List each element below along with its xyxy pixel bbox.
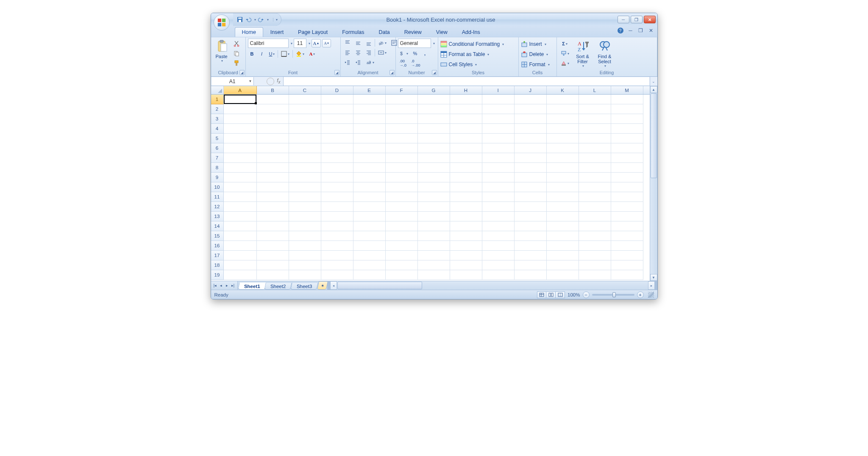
cell[interactable]	[353, 231, 386, 241]
clipboard-launcher[interactable]: ◢	[239, 70, 245, 75]
column-header[interactable]: C	[289, 86, 321, 94]
cell[interactable]	[515, 163, 547, 173]
column-header[interactable]: I	[482, 86, 515, 94]
help-icon[interactable]: ?	[618, 28, 623, 34]
column-header[interactable]: J	[515, 86, 547, 94]
cell[interactable]	[321, 202, 353, 212]
cell[interactable]	[289, 104, 321, 114]
scroll-left-button[interactable]: ◂	[330, 281, 337, 290]
row-header[interactable]: 6	[211, 143, 224, 153]
column-header[interactable]: K	[547, 86, 579, 94]
cell[interactable]	[418, 202, 450, 212]
vertical-scrollbar[interactable]: ▲ ▼	[650, 86, 657, 281]
cell[interactable]	[257, 241, 289, 251]
row-header[interactable]: 18	[211, 260, 224, 270]
cell[interactable]	[579, 182, 611, 192]
normal-view-button[interactable]	[537, 291, 546, 298]
cell[interactable]	[611, 173, 643, 182]
cell[interactable]	[515, 173, 547, 182]
maximize-button[interactable]: ❐	[631, 16, 643, 23]
cell[interactable]	[547, 95, 579, 104]
cell[interactable]	[547, 192, 579, 202]
cell[interactable]	[482, 192, 515, 202]
hscroll-thumb[interactable]	[337, 282, 422, 289]
cell[interactable]	[386, 104, 418, 114]
cell[interactable]	[353, 104, 386, 114]
cell[interactable]	[386, 212, 418, 221]
cell[interactable]	[386, 270, 418, 280]
cell[interactable]	[579, 153, 611, 163]
cell[interactable]	[482, 134, 515, 143]
cell[interactable]	[515, 202, 547, 212]
align-right-button[interactable]	[364, 48, 373, 57]
cell[interactable]	[289, 241, 321, 251]
format-painter-button[interactable]	[232, 59, 241, 67]
cell[interactable]	[611, 114, 643, 124]
cell[interactable]	[289, 202, 321, 212]
cell[interactable]	[482, 114, 515, 124]
sheet-first-button[interactable]: |◂	[213, 283, 218, 288]
cell[interactable]	[579, 192, 611, 202]
column-header[interactable]: H	[450, 86, 482, 94]
cell[interactable]	[450, 114, 482, 124]
cell[interactable]	[321, 95, 353, 104]
cell[interactable]	[224, 202, 257, 212]
cell[interactable]	[450, 163, 482, 173]
close-button[interactable]: ✕	[644, 16, 656, 23]
zoom-level[interactable]: 100%	[568, 292, 580, 297]
fx-icon[interactable]: fx	[277, 78, 280, 84]
decrease-indent-button[interactable]	[343, 58, 352, 67]
column-header[interactable]: L	[579, 86, 611, 94]
cell[interactable]	[289, 260, 321, 270]
cell[interactable]	[386, 241, 418, 251]
cell[interactable]	[515, 143, 547, 153]
cell[interactable]	[289, 114, 321, 124]
cell[interactable]	[579, 163, 611, 173]
cell[interactable]	[353, 212, 386, 221]
cell[interactable]	[224, 134, 257, 143]
cell[interactable]	[386, 231, 418, 241]
cell[interactable]	[611, 192, 643, 202]
cell[interactable]	[547, 182, 579, 192]
row-header[interactable]: 17	[211, 251, 224, 260]
scroll-down-button[interactable]: ▼	[650, 274, 657, 281]
font-name-combo[interactable]	[248, 39, 289, 48]
cell[interactable]	[450, 260, 482, 270]
cell[interactable]	[257, 134, 289, 143]
cell[interactable]	[353, 251, 386, 260]
cell[interactable]	[482, 153, 515, 163]
cell[interactable]	[224, 231, 257, 241]
cell[interactable]	[224, 143, 257, 153]
cell[interactable]	[515, 192, 547, 202]
cell[interactable]	[353, 173, 386, 182]
cell[interactable]	[418, 124, 450, 134]
cell[interactable]	[224, 182, 257, 192]
cell[interactable]	[547, 270, 579, 280]
cell[interactable]	[224, 221, 257, 231]
cell[interactable]	[515, 231, 547, 241]
cell-styles-button[interactable]: Cell Styles ▾	[440, 60, 477, 69]
cell[interactable]	[321, 270, 353, 280]
cell[interactable]	[353, 241, 386, 251]
cancel-formula-icon[interactable]	[267, 78, 274, 85]
shrink-font-button[interactable]: A▼	[322, 39, 331, 48]
sheet-prev-button[interactable]: ◂	[219, 283, 224, 288]
cell[interactable]	[482, 104, 515, 114]
cell[interactable]	[611, 134, 643, 143]
redo-icon[interactable]	[258, 16, 264, 23]
cell[interactable]	[579, 231, 611, 241]
cell[interactable]	[257, 163, 289, 173]
column-header[interactable]: D	[321, 86, 353, 94]
ribbon-minimize-icon[interactable]: ─	[628, 28, 634, 34]
cell[interactable]	[321, 241, 353, 251]
cell[interactable]	[450, 143, 482, 153]
cell[interactable]	[289, 221, 321, 231]
format-as-table-button[interactable]: Format as Table ▾	[440, 50, 490, 59]
cell[interactable]	[289, 143, 321, 153]
cell[interactable]	[224, 95, 257, 104]
cell[interactable]	[418, 143, 450, 153]
cell[interactable]	[257, 143, 289, 153]
increase-indent-button[interactable]	[353, 58, 363, 67]
cell[interactable]	[579, 173, 611, 182]
cell[interactable]	[321, 163, 353, 173]
